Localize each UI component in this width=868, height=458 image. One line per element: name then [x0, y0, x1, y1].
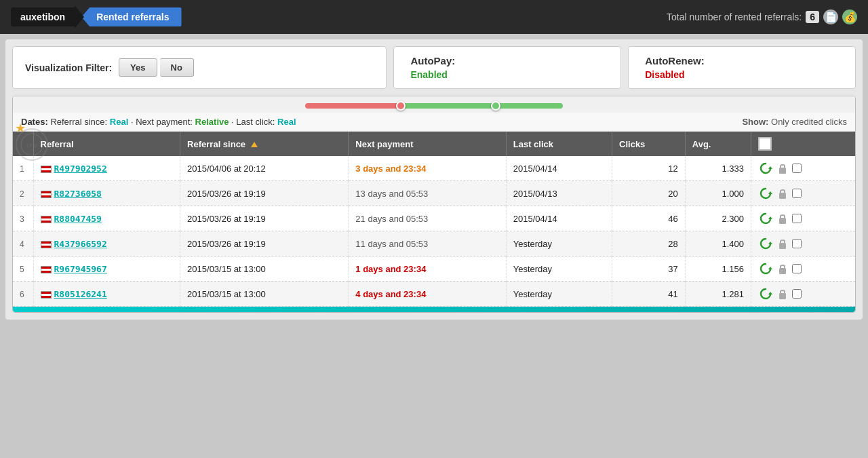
- filter-bar: Visualization Filter: Yes No AutoPay: En…: [12, 46, 856, 89]
- dates-right: Show: Only credited clicks: [742, 117, 847, 127]
- row-num-label: 1: [20, 164, 24, 174]
- lock-svg: [777, 187, 788, 199]
- table-body: 1R4979029522015/04/06 at 20:123 days and…: [13, 156, 855, 307]
- next-payment-value: 4 days and 23:34: [355, 289, 426, 299]
- row-num-label: 4: [20, 240, 24, 249]
- top-bar: auxetibon Rented referrals Total number …: [0, 0, 868, 34]
- referral-id-link[interactable]: R805126241: [54, 289, 107, 299]
- slider-thumb-right[interactable]: [491, 101, 500, 111]
- dates-left: Dates: Referral since: Real · Next payme…: [21, 117, 296, 127]
- table-row: 6R8051262412015/03/15 at 13:004 days and…: [13, 282, 855, 307]
- svg-rect-14: [779, 293, 786, 299]
- svg-marker-5: [768, 191, 772, 194]
- referral-id-cell: R967945967: [33, 256, 180, 282]
- renew-button[interactable]: [758, 286, 773, 301]
- row-num-label: 2: [20, 189, 24, 199]
- referral-since-link[interactable]: Real: [110, 117, 128, 127]
- next-payment-link[interactable]: Relative: [195, 117, 229, 127]
- lock-icon[interactable]: [776, 237, 789, 250]
- renew-icon: [759, 212, 772, 225]
- svg-rect-6: [779, 193, 786, 199]
- referral-since-label: Referral since:: [50, 117, 107, 127]
- clicks-cell: 41: [612, 282, 686, 307]
- breadcrumb-home[interactable]: auxetibon: [11, 7, 75, 26]
- renew-button[interactable]: [758, 211, 773, 226]
- svg-text:DFB: DFB: [26, 142, 37, 149]
- row-checkbox[interactable]: [792, 264, 802, 273]
- content-wrapper: ★ DFB Visualization Filter: Yes No AutoP…: [5, 39, 863, 320]
- slider-red-segment: [305, 103, 401, 109]
- last-click-link[interactable]: Real: [277, 117, 296, 127]
- flag-icon: [41, 241, 52, 248]
- lock-icon[interactable]: [776, 212, 789, 225]
- referral-id-link[interactable]: R82736058: [54, 189, 102, 199]
- action-cell: [751, 206, 855, 231]
- row-checkbox[interactable]: [792, 214, 802, 223]
- slider-thumb-left[interactable]: [396, 101, 406, 111]
- renew-button[interactable]: [758, 236, 773, 251]
- no-button[interactable]: No: [160, 58, 194, 77]
- renew-button[interactable]: [758, 161, 773, 176]
- row-checkbox[interactable]: [792, 289, 802, 299]
- next-payment-cell: 3 days and 23:34: [349, 156, 506, 181]
- renew-icon: [759, 161, 772, 175]
- next-payment-label: Next payment:: [136, 117, 193, 127]
- action-cell: [751, 181, 855, 206]
- action-cell: [751, 282, 855, 307]
- yes-no-group: Yes No: [119, 58, 194, 77]
- referral-since-cell: 2015/03/15 at 13:00: [180, 256, 349, 282]
- referral-id-link[interactable]: R967945967: [54, 264, 107, 274]
- referral-id-link[interactable]: R497902952: [54, 164, 107, 174]
- total-label: Total number of rented referrals:: [667, 12, 802, 22]
- sort-icon[interactable]: [251, 142, 258, 147]
- th-clicks: Clicks: [612, 132, 686, 156]
- breadcrumb: auxetibon Rented referrals: [11, 5, 182, 28]
- next-payment-cell: 4 days and 23:34: [349, 282, 506, 307]
- action-cell: [751, 156, 855, 181]
- money-icon[interactable]: 💰: [842, 9, 857, 24]
- action-icons: [758, 261, 848, 276]
- renew-icon: [759, 187, 772, 200]
- next-payment-value: 11 days and 05:53: [355, 239, 428, 249]
- referral-id-cell: R82736058: [33, 181, 180, 206]
- svg-marker-9: [768, 242, 772, 244]
- autorenew-status: Disabled: [645, 69, 684, 80]
- referral-id-link[interactable]: R437966592: [54, 239, 107, 249]
- row-checkbox[interactable]: [792, 189, 802, 198]
- logo-watermark: DFB: [15, 128, 49, 161]
- row-checkbox[interactable]: [792, 164, 802, 173]
- row-checkbox[interactable]: [792, 239, 802, 248]
- referral-since-cell: 2015/04/06 at 20:12: [180, 156, 349, 181]
- svg-rect-12: [779, 268, 786, 274]
- renew-icon: [759, 262, 772, 275]
- lock-icon[interactable]: [776, 161, 789, 175]
- referral-id-link[interactable]: R88047459: [54, 214, 102, 224]
- show-value-text: Only credited clicks: [771, 117, 847, 127]
- renew-button[interactable]: [758, 261, 773, 276]
- lock-icon[interactable]: [776, 187, 789, 200]
- last-click-cell: Yesterday: [506, 256, 612, 282]
- pages-icon[interactable]: 📄: [823, 9, 838, 24]
- table-row: 1R4979029522015/04/06 at 20:123 days and…: [13, 156, 855, 181]
- filter-label: Visualization Filter:: [25, 62, 112, 73]
- lock-icon[interactable]: [776, 262, 789, 275]
- autopay-status: Enabled: [410, 69, 447, 80]
- clicks-cell: 20: [612, 181, 686, 206]
- table-row: 5R9679459672015/03/15 at 13:001 days and…: [13, 256, 855, 282]
- th-avg: Avg.: [685, 132, 751, 156]
- lock-svg: [777, 162, 788, 174]
- last-click-cell: Yesterday: [506, 282, 612, 307]
- renew-button[interactable]: [758, 186, 773, 201]
- renew-icon: [759, 287, 772, 301]
- yes-button[interactable]: Yes: [119, 58, 157, 77]
- slider-track[interactable]: [305, 103, 563, 109]
- referrals-table: Referral Referral since Next payment Las…: [13, 132, 855, 307]
- autorenew-title: AutoRenew:: [645, 55, 705, 66]
- total-count: 6: [806, 11, 819, 23]
- lock-icon[interactable]: [776, 287, 789, 301]
- avg-cell: 1.156: [685, 256, 751, 282]
- action-icons: [758, 161, 848, 176]
- lock-svg: [777, 288, 788, 300]
- row-num-label: 3: [20, 214, 24, 224]
- select-all-checkbox[interactable]: [758, 137, 772, 151]
